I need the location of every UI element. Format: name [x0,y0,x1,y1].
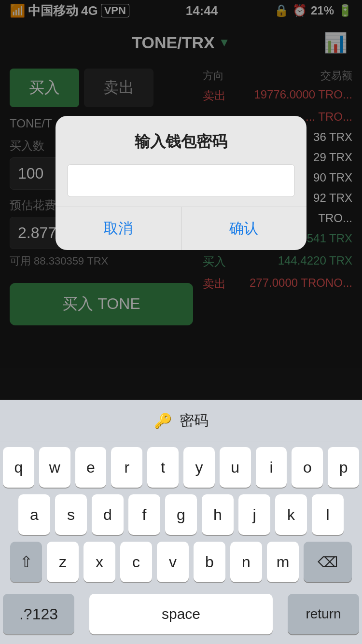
key-g[interactable]: g [165,494,197,535]
shift-key[interactable]: ⇧ [10,542,42,582]
cancel-button[interactable]: 取消 [56,207,181,250]
key-j[interactable]: j [238,494,270,535]
key-u[interactable]: u [220,447,251,488]
password-input[interactable] [67,164,295,197]
key-n[interactable]: n [230,542,262,582]
key-z[interactable]: z [47,542,79,582]
key-m[interactable]: m [267,542,299,582]
return-key[interactable]: return [288,594,359,634]
key-q[interactable]: q [3,447,34,488]
key-y[interactable]: y [183,447,215,488]
confirm-button[interactable]: 确认 [181,207,307,250]
key-d[interactable]: d [92,494,124,535]
key-h[interactable]: h [202,494,234,535]
key-v[interactable]: v [157,542,189,582]
key-w[interactable]: w [39,447,70,488]
wallet-password-modal: 输入钱包密码 取消 确认 [56,116,306,250]
key-a[interactable]: a [18,494,50,535]
keyboard-header: 🔑 密码 [0,400,362,442]
key-i[interactable]: i [256,447,287,488]
key-s[interactable]: s [55,494,87,535]
key-r[interactable]: r [111,447,142,488]
space-key[interactable]: space [89,594,273,634]
key-e[interactable]: e [75,447,107,488]
key-c[interactable]: c [120,542,152,582]
key-row-3: ⇧ z x c v b n m ⌫ [3,542,359,582]
key-f[interactable]: f [128,494,160,535]
key-x[interactable]: x [84,542,115,582]
numbers-key[interactable]: .?123 [3,594,74,634]
modal-input-wrap [56,164,306,207]
keyboard-rows: q w e r t y u i o p a s d f g h j k l ⇧ … [0,442,362,582]
modal-title: 输入钱包密码 [56,116,306,164]
keyboard-bottom-row: .?123 space return [0,589,362,644]
key-icon: 🔑 [154,412,172,429]
key-row-2: a s d f g h j k l [3,494,359,535]
key-k[interactable]: k [275,494,307,535]
key-t[interactable]: t [147,447,179,488]
modal-buttons: 取消 确认 [56,207,306,250]
keyboard-area: 🔑 密码 q w e r t y u i o p a s d f g h j k… [0,400,362,644]
delete-key[interactable]: ⌫ [304,542,352,582]
key-row-1: q w e r t y u i o p [3,447,359,488]
keyboard-header-label: 密码 [180,411,209,431]
key-o[interactable]: o [292,447,323,488]
key-p[interactable]: p [328,447,359,488]
key-l[interactable]: l [312,494,344,535]
key-b[interactable]: b [194,542,225,582]
